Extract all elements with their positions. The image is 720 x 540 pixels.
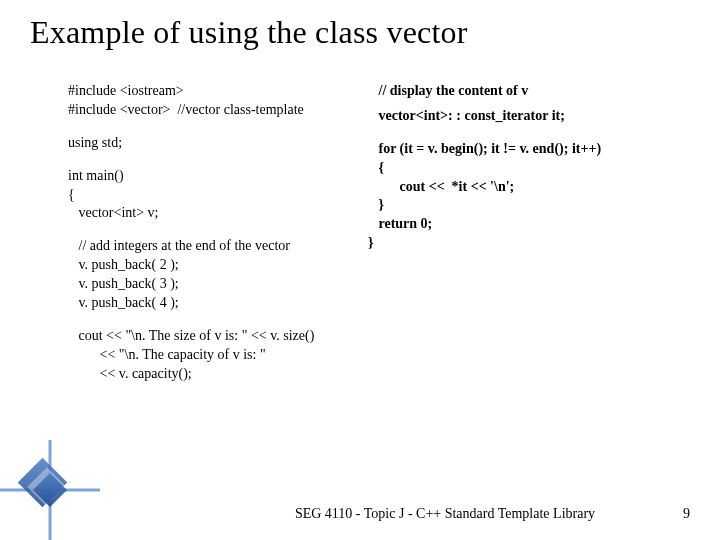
code-line: } [368,196,700,215]
code-line: // display the content of v [368,82,700,101]
code-line: << v. capacity(); [68,365,368,384]
code-line: // add integers at the end of the vector [68,237,368,256]
code-column-left: #include <iostream> #include <vector> //… [68,82,368,398]
code-line: using std; [68,134,368,153]
code-line: } [368,234,700,253]
code-line: vector<int> v; [68,204,368,223]
svg-rect-3 [27,467,67,507]
code-line: v. push_back( 2 ); [68,256,368,275]
footer-text: SEG 4110 - Topic J - C++ Standard Templa… [295,506,595,522]
code-line: for (it = v. begin(); it != v. end(); it… [368,140,700,159]
decoration-icon [0,440,100,540]
code-line: #include <vector> //vector class-templat… [68,101,368,120]
slide: Example of using the class vector #inclu… [0,0,720,540]
slide-title: Example of using the class vector [30,14,468,51]
code-line: vector<int>: : const_iterator it; [368,107,700,126]
code-line: v. push_back( 3 ); [68,275,368,294]
svg-rect-4 [33,473,67,507]
code-line: << "\n. The capacity of v is: " [68,346,368,365]
code-line: { [68,186,368,205]
page-number: 9 [683,506,690,522]
code-line: cout << "\n. The size of v is: " << v. s… [68,327,368,346]
code-line: { [368,159,700,178]
code-line: cout << *it << '\n'; [368,178,700,197]
footer: SEG 4110 - Topic J - C++ Standard Templa… [0,506,720,522]
svg-rect-2 [18,458,67,507]
code-column-right: // display the content of v vector<int>:… [368,82,700,398]
code-line: #include <iostream> [68,82,368,101]
code-line: int main() [68,167,368,186]
code-line: return 0; [368,215,700,234]
slide-body: #include <iostream> #include <vector> //… [68,82,700,398]
code-line: v. push_back( 4 ); [68,294,368,313]
